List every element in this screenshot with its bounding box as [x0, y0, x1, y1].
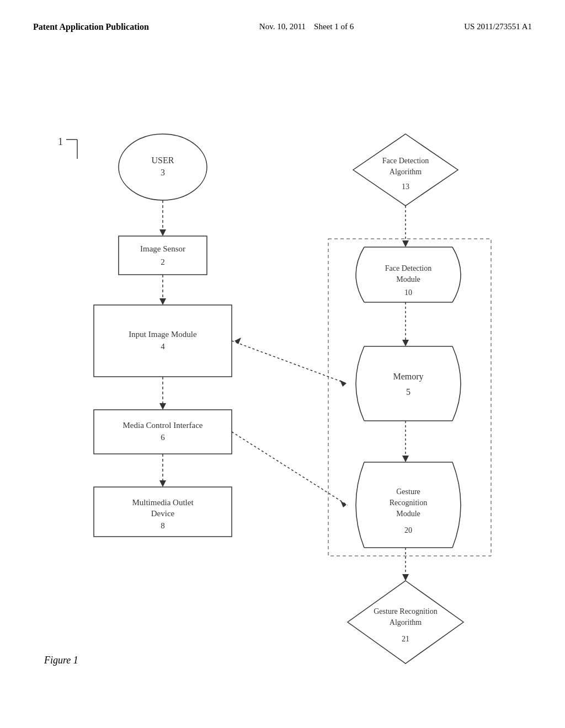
svg-text:Module: Module: [396, 510, 420, 518]
svg-text:USER: USER: [152, 156, 174, 165]
svg-marker-12: [159, 298, 166, 305]
svg-text:Device: Device: [151, 509, 175, 518]
svg-line-45: [232, 341, 348, 384]
svg-text:Memory: Memory: [393, 372, 423, 382]
svg-text:Algorithm: Algorithm: [390, 168, 422, 176]
svg-rect-18: [94, 410, 232, 454]
svg-marker-57: [340, 501, 347, 507]
svg-text:Input Image Module: Input Image Module: [129, 330, 197, 339]
svg-text:6: 6: [161, 433, 165, 442]
svg-text:Face Detection: Face Detection: [385, 264, 431, 272]
svg-text:5: 5: [406, 387, 411, 397]
svg-text:Gesture: Gesture: [396, 488, 420, 496]
svg-marker-17: [159, 403, 166, 410]
svg-marker-40: [402, 340, 409, 346]
svg-text:Media Control Interface: Media Control Interface: [123, 421, 203, 430]
svg-rect-8: [119, 236, 207, 275]
patent-number: US 2011/273551 A1: [464, 22, 532, 31]
figure-label: Figure 1: [44, 655, 78, 666]
svg-marker-46: [234, 338, 241, 344]
svg-text:13: 13: [402, 183, 409, 191]
svg-text:21: 21: [402, 635, 409, 643]
svg-text:Multimedia Outlet: Multimedia Outlet: [132, 498, 194, 507]
svg-point-3: [119, 134, 207, 200]
svg-text:Recognition: Recognition: [390, 499, 427, 507]
svg-text:Face Detection: Face Detection: [382, 157, 429, 165]
pub-date: Nov. 10, 2011: [259, 22, 306, 31]
svg-rect-13: [94, 305, 232, 377]
svg-text:20: 20: [404, 526, 412, 534]
svg-marker-59: [402, 574, 409, 581]
svg-text:2: 2: [161, 258, 165, 266]
publication-date-sheet: Nov. 10, 2011 Sheet 1 of 6: [259, 22, 354, 31]
svg-line-56: [232, 432, 348, 505]
svg-text:1: 1: [58, 136, 63, 147]
svg-marker-22: [159, 480, 166, 487]
page-header: Patent Application Publication Nov. 10, …: [0, 0, 565, 43]
svg-text:4: 4: [161, 342, 165, 351]
diagram-area: 1 USER 3 Image Sensor 2 Input Image Modu…: [0, 49, 565, 699]
svg-text:3: 3: [161, 168, 165, 177]
svg-text:Gesture Recognition: Gesture Recognition: [374, 607, 437, 615]
svg-rect-64: [328, 239, 491, 556]
svg-text:Module: Module: [396, 275, 420, 283]
svg-text:8: 8: [161, 521, 165, 530]
svg-marker-32: [402, 240, 409, 247]
svg-marker-7: [159, 229, 166, 236]
publication-type: Patent Application Publication: [33, 22, 149, 32]
svg-text:Image Sensor: Image Sensor: [140, 244, 185, 253]
flowchart-svg: 1 USER 3 Image Sensor 2 Input Image Modu…: [0, 49, 565, 699]
svg-marker-49: [402, 456, 409, 462]
svg-text:10: 10: [404, 288, 412, 297]
sheet-info: Sheet 1 of 6: [314, 22, 354, 31]
svg-text:Algorithm: Algorithm: [390, 618, 422, 627]
svg-marker-47: [340, 380, 347, 387]
